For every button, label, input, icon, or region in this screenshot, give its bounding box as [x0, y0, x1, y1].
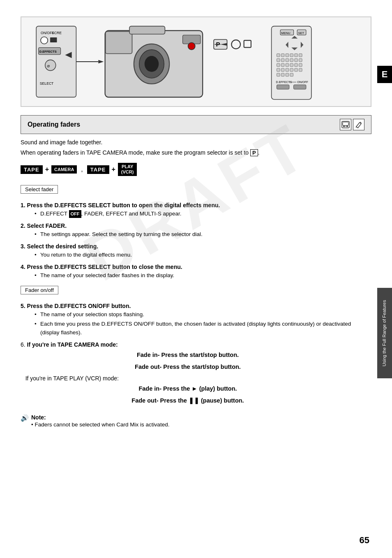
- svg-rect-41: [299, 54, 302, 57]
- svg-rect-42: [277, 58, 280, 62]
- mode-badges: TAPE + CAMERA , TAPE + PLAY (VCR): [21, 163, 355, 176]
- svg-rect-48: [277, 63, 280, 67]
- svg-rect-39: [290, 54, 293, 57]
- svg-text:ON/OFF: ON/OFF: [297, 81, 308, 83]
- step-5-title: 5. Press the D.EFFECTS ON/OFF button.: [21, 303, 355, 309]
- step-1-bullet-1: D.EFFECT OFF, FADER, EFFECT and MULTI-S …: [40, 210, 355, 218]
- select-fader-label: Select fader: [21, 185, 58, 194]
- svg-rect-60: [277, 73, 280, 76]
- header-icons: [340, 119, 364, 130]
- tab-e: E: [377, 66, 392, 83]
- note-section: 🔊 Note: • Faders cannot be selected when…: [21, 414, 355, 429]
- step-5: 5. Press the D.EFFECTS ON/OFF button. Th…: [21, 303, 355, 337]
- tape-icon: [341, 121, 350, 128]
- svg-rect-36: [277, 54, 280, 57]
- section-header: Operating faders: [21, 115, 371, 134]
- svg-rect-68: [294, 85, 306, 89]
- step-3: 3. Select the desired setting. You retur…: [21, 243, 355, 259]
- step-2-bullet-1: The settings appear. Select the setting …: [40, 230, 355, 239]
- svg-rect-50: [286, 63, 289, 67]
- note-title: Note:: [31, 414, 169, 421]
- svg-rect-67: [277, 85, 289, 89]
- svg-rect-49: [281, 63, 284, 67]
- svg-rect-44: [286, 58, 289, 62]
- svg-rect-62: [286, 73, 289, 76]
- svg-rect-54: [277, 68, 280, 72]
- svg-rect-47: [299, 58, 302, 62]
- badge-play-vcr: PLAY (VCR): [118, 163, 137, 176]
- svg-rect-52: [295, 63, 298, 67]
- svg-rect-38: [286, 54, 289, 57]
- svg-point-3: [41, 37, 48, 44]
- svg-rect-58: [295, 68, 298, 72]
- svg-point-72: [346, 125, 348, 127]
- svg-rect-0: [36, 26, 76, 97]
- step-6-fade-out-vcr: Fade out- Press the ❚❚ (pause) button.: [21, 396, 355, 405]
- svg-rect-4: [51, 38, 57, 42]
- svg-rect-43: [281, 58, 284, 62]
- svg-text:D.EFFECTS: D.EFFECTS: [39, 50, 57, 53]
- svg-point-20: [188, 43, 195, 50]
- step-6-fade-in-vcr: Fade in- Press the ► (play) button.: [21, 384, 355, 394]
- page-number: 65: [360, 535, 369, 546]
- content-area: Sound and image fade together. When oper…: [21, 138, 371, 429]
- svg-marker-12: [98, 60, 104, 64]
- svg-text:@: @: [47, 64, 50, 68]
- svg-rect-51: [290, 63, 293, 67]
- step-6-title: 6. If you're in TAPE CAMERA mode:: [21, 341, 355, 348]
- tape-icon-box: [340, 119, 351, 130]
- step-1: 1. Press the D.EFFECTS SELECT button to …: [21, 202, 355, 218]
- svg-rect-37: [281, 54, 284, 57]
- fader-onoff-label: Fader on/off: [21, 286, 58, 294]
- svg-rect-24: [244, 40, 251, 47]
- badge-camera: CAMERA: [51, 165, 77, 174]
- step-6-vcr-intro: If you're in TAPE PLAY (VCR) mode:: [21, 375, 355, 382]
- right-sidebar-text: Using the Full Range of Features: [377, 288, 392, 378]
- step-6: 6. If you're in TAPE CAMERA mode: Fade i…: [21, 341, 355, 406]
- svg-rect-59: [299, 68, 302, 72]
- pencil-icon-box: [353, 119, 364, 130]
- plus-1: +: [45, 166, 49, 173]
- svg-rect-55: [281, 68, 284, 72]
- camera-diagram-svg: ON/OFF SCRE D.EFFECTS @ SELECT: [21, 17, 371, 106]
- svg-point-16: [145, 56, 159, 72]
- badge-tape-2: TAPE: [87, 165, 109, 174]
- page-container: DRAFT E Using the Full Range of Features…: [0, 0, 392, 558]
- note-content: Note: • Faders cannot be selected when C…: [31, 414, 169, 429]
- svg-rect-17: [106, 32, 132, 54]
- svg-text:SCRE: SCRE: [52, 31, 62, 35]
- camera-image-section: ON/OFF SCRE D.EFFECTS @ SELECT: [21, 16, 371, 107]
- pencil-icon: [355, 121, 363, 128]
- svg-text:SET: SET: [298, 31, 304, 35]
- step-6-fade-out-camera: Fade out- Press the start/stop button.: [21, 362, 355, 372]
- intro-line-1: Sound and image fade together.: [21, 138, 355, 147]
- badge-tape-1: TAPE: [21, 165, 43, 174]
- svg-text:SELECT: SELECT: [40, 81, 54, 86]
- step-2: 2. Select FADER. The settings appear. Se…: [21, 222, 355, 239]
- svg-rect-57: [290, 68, 293, 72]
- svg-rect-45: [290, 58, 293, 62]
- note-icon: 🔊: [21, 414, 29, 422]
- step-1-title: 1. Press the D.EFFECTS SELECT button to …: [21, 202, 355, 208]
- note-bullet-1: • Faders cannot be selected when Card Mi…: [31, 421, 169, 429]
- svg-point-23: [231, 40, 240, 49]
- svg-rect-53: [299, 63, 302, 67]
- svg-rect-19: [129, 26, 165, 34]
- svg-rect-56: [286, 68, 289, 72]
- intro-line-2: When operating faders in TAPE CAMERA mod…: [21, 148, 355, 157]
- section-header-title: Operating faders: [28, 121, 80, 128]
- svg-point-71: [343, 125, 345, 127]
- step-5-bullet-1: The name of your selection stops flashin…: [40, 310, 355, 319]
- comma-sep: ,: [81, 166, 83, 173]
- step-4-title: 4. Press the D.EFFECTS SELECT button to …: [21, 264, 355, 270]
- step-5-bullet-2: Each time you press the D.EFFECTS ON/OFF…: [40, 320, 355, 337]
- svg-rect-61: [281, 73, 284, 76]
- svg-rect-46: [295, 58, 298, 62]
- svg-rect-70: [343, 122, 348, 125]
- step-3-title: 3. Select the desired setting.: [21, 243, 355, 250]
- svg-rect-40: [295, 54, 298, 57]
- step-2-title: 2. Select FADER.: [21, 222, 355, 229]
- step-4: 4. Press the D.EFFECTS SELECT button to …: [21, 264, 355, 280]
- svg-text:MENU: MENU: [281, 31, 290, 35]
- svg-rect-63: [290, 73, 293, 76]
